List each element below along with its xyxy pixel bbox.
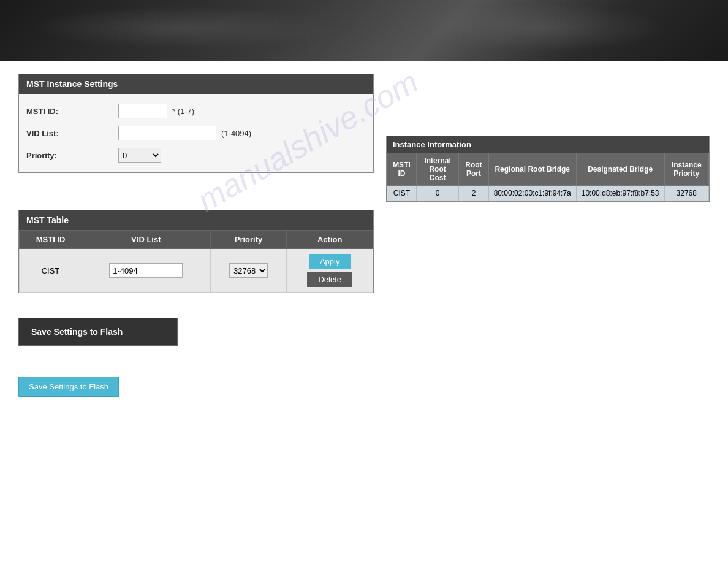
row-action: Apply Delete xyxy=(287,249,373,293)
settings-form: MSTI ID: * (1-7) VID List: (1-4094) xyxy=(19,94,373,172)
priority-row: Priority: 0 4096 8192 12288 16384 20480 … xyxy=(19,144,373,166)
mst-instance-settings-title: MST Instance Settings xyxy=(19,74,373,94)
vid-list-input[interactable] xyxy=(118,126,216,140)
msti-id-label: MSTI ID: xyxy=(26,107,118,116)
inst-row-root-port: 2 xyxy=(459,186,488,201)
inst-row-instance-priority: 32768 xyxy=(664,186,708,201)
row-msti-id: CIST xyxy=(20,249,82,293)
mst-instance-settings-box: MST Instance Settings MSTI ID: * (1-7) V… xyxy=(18,74,374,173)
instance-table: MSTI ID Internal Root Cost Root Port Reg… xyxy=(387,153,709,201)
save-settings-dark-button[interactable]: Save Settings to Flash xyxy=(18,318,178,346)
inst-col-designated-bridge: Designated Bridge xyxy=(576,153,664,186)
instance-table-row: CIST 0 2 80:00:02:00:c1:9f:94:7a 10:00:d… xyxy=(387,186,709,201)
msti-id-hint: * (1-7) xyxy=(172,107,194,116)
table-row: CIST 32768 0 4096 8192 xyxy=(20,249,373,293)
row-priority: 32768 0 4096 8192 xyxy=(210,249,287,293)
inst-col-root-port: Root Port xyxy=(459,153,488,186)
priority-select[interactable]: 0 4096 8192 12288 16384 20480 24576 2867… xyxy=(118,148,161,163)
col-vid-list: VID List xyxy=(82,231,211,249)
vid-list-label: VID List: xyxy=(26,129,118,138)
inst-row-regional-root-bridge: 80:00:02:00:c1:9f:94:7a xyxy=(488,186,576,201)
vid-list-hint: (1-4094) xyxy=(221,129,251,138)
inst-row-designated-bridge: 10:00:d8:eb:97:f8:b7:53 xyxy=(576,186,664,201)
inst-row-msti-id: CIST xyxy=(387,186,417,201)
instance-info-title: Instance Information xyxy=(387,136,709,153)
top-divider xyxy=(386,123,710,123)
save-settings-cyan-button[interactable]: Save Settings to Flash xyxy=(18,377,119,397)
page-wrapper: manualshive.com MST Instance Settings MS… xyxy=(0,0,728,458)
main-content: MST Instance Settings MSTI ID: * (1-7) V… xyxy=(0,61,728,421)
row-priority-select[interactable]: 32768 0 4096 8192 xyxy=(229,263,268,278)
col-action: Action xyxy=(287,231,373,249)
mst-table-box: MST Table MSTI ID VID List Priority Acti… xyxy=(18,210,374,293)
msti-id-input[interactable] xyxy=(118,104,167,118)
mst-table: MSTI ID VID List Priority Action CIST xyxy=(19,230,373,293)
col-priority: Priority xyxy=(210,231,287,249)
vid-list-row: VID List: (1-4094) xyxy=(19,122,373,144)
inst-col-instance-priority: Instance Priority xyxy=(664,153,708,186)
vid-list-input-area: (1-4094) xyxy=(118,126,251,140)
action-buttons: Apply Delete xyxy=(293,254,366,287)
row-vid-list-input[interactable] xyxy=(109,263,183,278)
inst-col-internal-root-cost: Internal Root Cost xyxy=(416,153,458,186)
inst-col-msti-id: MSTI ID xyxy=(387,153,417,186)
footer xyxy=(0,446,728,458)
inst-row-internal-root-cost: 0 xyxy=(416,186,458,201)
col-msti-id: MSTI ID xyxy=(20,231,82,249)
mst-table-header-row: MSTI ID VID List Priority Action xyxy=(20,231,373,249)
priority-input-area: 0 4096 8192 12288 16384 20480 24576 2867… xyxy=(118,148,161,163)
inst-col-regional-root-bridge: Regional Root Bridge xyxy=(488,153,576,186)
instance-table-header-row: MSTI ID Internal Root Cost Root Port Reg… xyxy=(387,153,709,186)
row-vid-list xyxy=(82,249,211,293)
header-banner xyxy=(0,0,728,61)
delete-button[interactable]: Delete xyxy=(307,272,352,287)
apply-button[interactable]: Apply xyxy=(309,254,351,269)
msti-id-row: MSTI ID: * (1-7) xyxy=(19,100,373,122)
instance-info-box: Instance Information MSTI ID Internal Ro… xyxy=(386,136,710,202)
right-panel: Instance Information MSTI ID Internal Ro… xyxy=(386,74,710,409)
mst-table-title: MST Table xyxy=(19,210,373,230)
msti-id-input-area: * (1-7) xyxy=(118,104,194,118)
priority-label: Priority: xyxy=(26,151,118,160)
left-panel: MST Instance Settings MSTI ID: * (1-7) V… xyxy=(18,74,374,409)
